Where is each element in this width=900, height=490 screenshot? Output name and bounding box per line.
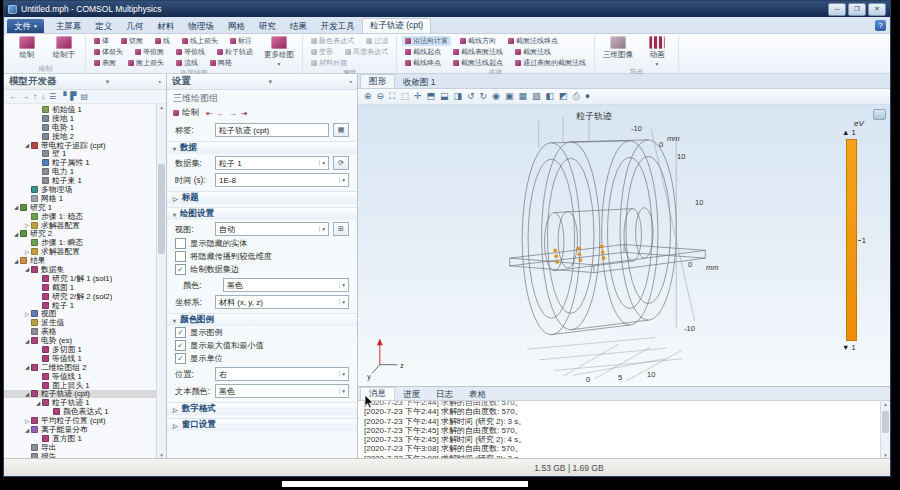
tree-expander-icon[interactable]: ◢ [34, 400, 42, 406]
tab-graphics[interactable]: 图形 [360, 74, 395, 88]
add-plot-item[interactable]: 面上箭头 [125, 58, 167, 68]
close-button[interactable]: ✕ [868, 3, 886, 16]
ribbon-tab-results[interactable]: 结果 [283, 20, 314, 33]
file-menu-button[interactable]: 文件 ▾ [7, 19, 44, 33]
plot-button-small[interactable]: 绘制 [182, 107, 199, 119]
tree-item[interactable]: ▷ 视图 [4, 309, 166, 318]
label-options-button[interactable]: ▦ [333, 123, 349, 137]
dataset-refresh-button[interactable]: ⟳ [333, 156, 349, 170]
zoom-in-icon[interactable]: ⊕ [364, 90, 372, 103]
add-plot-item[interactable]: 等值线 [173, 47, 208, 57]
ribbon-tab-developer[interactable]: 开发工具 [314, 20, 362, 33]
ribbon-tab-definitions[interactable]: 定义 [88, 20, 119, 33]
zoom-box-icon[interactable]: ⬚ [400, 90, 409, 103]
dataset-select[interactable]: 粒子 1 ▾ [215, 156, 329, 170]
tree-expander-icon[interactable]: ◢ [23, 338, 31, 344]
selection-item[interactable]: 截面法线 [512, 47, 554, 57]
view-select[interactable]: 自动 ▾ [215, 222, 329, 236]
help-icon[interactable]: ? [875, 20, 886, 31]
plot-button[interactable]: 绘制 [11, 36, 43, 60]
selection-item[interactable]: 截面法线起点 [450, 58, 506, 68]
panel-menu-icon[interactable]: ▾ [106, 78, 110, 86]
show-menu-icon[interactable]: ☰ [49, 92, 56, 101]
tree-item[interactable]: ◢ 电势 (es) [4, 336, 166, 345]
minimize-button[interactable]: ─ [828, 3, 846, 16]
tree-item[interactable]: 接地 1 [4, 114, 166, 123]
expand-all-icon[interactable]: ▛ [70, 92, 76, 101]
scroll-thumb[interactable] [158, 164, 165, 254]
solution-nav-arrow-icon[interactable]: → [229, 109, 237, 118]
tree-item[interactable]: ▷ 求解器配置 [4, 221, 166, 230]
add-plot-item[interactable]: 切面 [118, 36, 146, 46]
view-yz-icon[interactable]: ⬓ [440, 90, 449, 103]
plot-canvas[interactable]: 粒子轨迹 [358, 105, 890, 386]
tree-item[interactable]: 步骤 1: 瞬态 [4, 238, 166, 247]
plot-in-button[interactable]: 绘制于 [48, 36, 80, 60]
pin-icon[interactable]: ▪ [159, 78, 161, 85]
selection-item[interactable]: 截线起点 [402, 47, 444, 57]
section-window-settings[interactable]: ▷ 窗口设置 [167, 418, 357, 431]
time-select[interactable]: 1E-8 ▾ [215, 173, 349, 187]
headlight-icon[interactable]: ◉ [492, 90, 500, 103]
rotate-right-icon[interactable]: ↻ [480, 90, 488, 103]
export-3d-image-button[interactable]: 三维图像 [600, 36, 636, 60]
selection-item[interactable]: 截线终点 [402, 58, 444, 68]
collapse-all-icon[interactable]: ▝ [60, 92, 66, 101]
tree-item[interactable]: ◢ 二维绘图组 2 [4, 363, 166, 372]
tree-item[interactable]: 表格 [4, 327, 166, 336]
move-down-icon[interactable]: ↓ [41, 92, 45, 101]
selection-item[interactable]: 截面法线终点 [505, 36, 561, 46]
add-plot-item[interactable]: 线 [152, 36, 173, 46]
move-up-icon[interactable]: ↑ [33, 92, 37, 101]
tab-progress[interactable]: 进度 [395, 389, 428, 400]
tree-item[interactable]: 研究 1/解 1 (sol1) [4, 274, 166, 283]
tab-log[interactable]: 日志 [428, 389, 461, 400]
solution-nav-arrow-icon[interactable]: ⇥ [241, 109, 248, 118]
color-select[interactable]: 黑色 ▾ [223, 278, 349, 292]
tree-expander-icon[interactable]: ◢ [23, 266, 31, 272]
ribbon-tab-study[interactable]: 研究 [252, 20, 283, 33]
section-title[interactable]: ▷ 标题 [167, 191, 357, 204]
record-icon[interactable]: ● [585, 90, 590, 103]
tree-item[interactable]: 电力 1 [4, 167, 166, 176]
model-tree[interactable]: 初始值 1 接地 1 [4, 104, 166, 458]
tree-item[interactable]: 粒子束 1 [4, 176, 166, 185]
tree-item[interactable]: 初始值 1 [4, 105, 166, 114]
checkbox[interactable]: ✓ [175, 327, 186, 338]
add-plot-item[interactable]: 粒子轨迹 [214, 47, 256, 57]
tree-item[interactable]: ▷ 求解器配置 [4, 247, 166, 256]
zoom-out-icon[interactable]: ⊖ [377, 90, 385, 103]
add-plot-item[interactable]: 体 [91, 36, 112, 46]
tree-expander-icon[interactable]: ◢ [12, 258, 20, 264]
scroll-thumb[interactable] [882, 411, 889, 433]
scroll-up-icon[interactable]: ▴ [160, 104, 163, 110]
ribbon-tab-home[interactable]: 主屏幕 [49, 20, 89, 33]
tree-scrollbar[interactable]: ▴ ▾ [156, 104, 166, 458]
solution-nav-arrow-icon[interactable]: ⇤ [206, 109, 213, 118]
undock-view-icon[interactable] [873, 109, 886, 120]
text-color-select[interactable]: 黑色 ▾ [215, 384, 349, 398]
tree-expander-icon[interactable]: ◢ [23, 364, 31, 370]
checkbox-row[interactable]: ✓ 显示图例 [167, 326, 357, 339]
tree-expander-icon[interactable]: ◢ [12, 231, 20, 237]
label-input[interactable]: 粒子轨迹 (cpt) [215, 123, 329, 137]
add-plot-item[interactable]: 体箭头 [91, 47, 126, 57]
forward-icon[interactable]: → [21, 92, 29, 101]
selection-item[interactable]: 截线表面法线 [450, 47, 506, 57]
tree-expander-icon[interactable]: ▷ [23, 249, 31, 255]
ribbon-tab-physics[interactable]: 物理场 [181, 20, 221, 33]
clip-plane-icon[interactable]: ◩ [559, 90, 568, 103]
tree-expander-icon[interactable]: ▷ [23, 222, 31, 228]
view-xy-icon[interactable]: ⬒ [426, 90, 435, 103]
export-animation-button[interactable]: 动画 ▾ [641, 36, 673, 67]
tree-expander-icon[interactable]: ◢ [12, 204, 20, 210]
tree-expander-icon[interactable]: ◢ [23, 391, 31, 397]
checkbox[interactable]: ✓ [175, 264, 186, 275]
checkbox[interactable]: ✓ [175, 353, 186, 364]
messages-scrollbar[interactable]: ▴ ▾ [880, 401, 890, 458]
checkbox-row[interactable]: 显示隐藏的实体 [167, 237, 357, 250]
rotate-left-icon[interactable]: ↺ [467, 90, 475, 103]
checkbox-row[interactable]: 将隐藏传播到较低维度 [167, 250, 357, 263]
selection-item[interactable]: 截线方向 [457, 36, 499, 46]
ribbon-tab-particle-tracing[interactable]: 粒子轨迹 (cpt) [362, 18, 431, 33]
